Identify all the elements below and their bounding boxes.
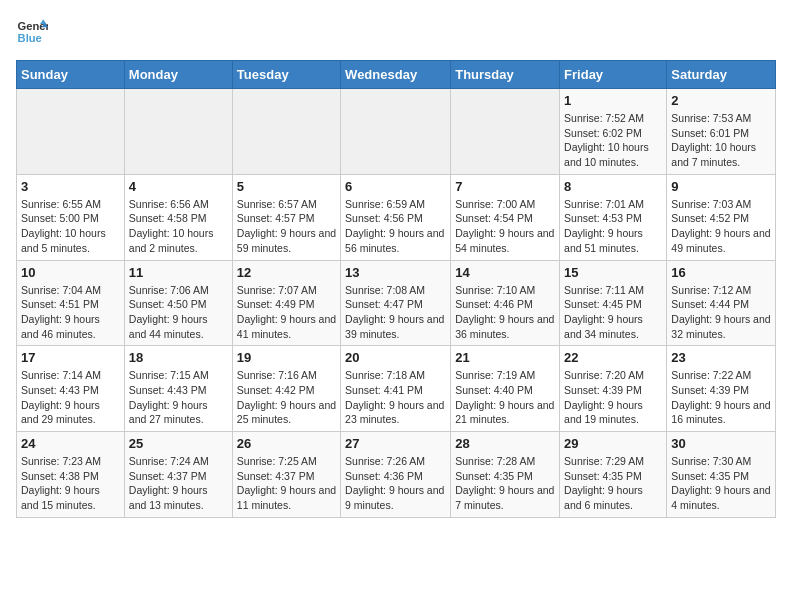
- calendar-cell: 30Sunrise: 7:30 AM Sunset: 4:35 PM Dayli…: [667, 432, 776, 518]
- day-info: Sunrise: 7:24 AM Sunset: 4:37 PM Dayligh…: [129, 454, 228, 513]
- day-info: Sunrise: 7:53 AM Sunset: 6:01 PM Dayligh…: [671, 111, 771, 170]
- day-info: Sunrise: 7:29 AM Sunset: 4:35 PM Dayligh…: [564, 454, 662, 513]
- day-number: 15: [564, 265, 662, 280]
- calendar-cell: 22Sunrise: 7:20 AM Sunset: 4:39 PM Dayli…: [560, 346, 667, 432]
- day-number: 8: [564, 179, 662, 194]
- weekday-header-tuesday: Tuesday: [232, 61, 340, 89]
- day-info: Sunrise: 7:00 AM Sunset: 4:54 PM Dayligh…: [455, 197, 555, 256]
- weekday-header-wednesday: Wednesday: [341, 61, 451, 89]
- day-info: Sunrise: 6:55 AM Sunset: 5:00 PM Dayligh…: [21, 197, 120, 256]
- day-number: 2: [671, 93, 771, 108]
- calendar-cell: 25Sunrise: 7:24 AM Sunset: 4:37 PM Dayli…: [124, 432, 232, 518]
- weekday-header-thursday: Thursday: [451, 61, 560, 89]
- day-info: Sunrise: 7:30 AM Sunset: 4:35 PM Dayligh…: [671, 454, 771, 513]
- day-info: Sunrise: 7:52 AM Sunset: 6:02 PM Dayligh…: [564, 111, 662, 170]
- weekday-header-friday: Friday: [560, 61, 667, 89]
- calendar-week-row: 17Sunrise: 7:14 AM Sunset: 4:43 PM Dayli…: [17, 346, 776, 432]
- day-info: Sunrise: 7:28 AM Sunset: 4:35 PM Dayligh…: [455, 454, 555, 513]
- day-number: 30: [671, 436, 771, 451]
- logo-icon: General Blue: [16, 16, 48, 48]
- day-info: Sunrise: 7:26 AM Sunset: 4:36 PM Dayligh…: [345, 454, 446, 513]
- day-number: 29: [564, 436, 662, 451]
- day-number: 14: [455, 265, 555, 280]
- day-number: 24: [21, 436, 120, 451]
- day-info: Sunrise: 7:08 AM Sunset: 4:47 PM Dayligh…: [345, 283, 446, 342]
- calendar-cell: 10Sunrise: 7:04 AM Sunset: 4:51 PM Dayli…: [17, 260, 125, 346]
- calendar-cell: 9Sunrise: 7:03 AM Sunset: 4:52 PM Daylig…: [667, 174, 776, 260]
- day-number: 28: [455, 436, 555, 451]
- day-number: 6: [345, 179, 446, 194]
- day-info: Sunrise: 6:57 AM Sunset: 4:57 PM Dayligh…: [237, 197, 336, 256]
- day-info: Sunrise: 7:16 AM Sunset: 4:42 PM Dayligh…: [237, 368, 336, 427]
- day-number: 7: [455, 179, 555, 194]
- calendar-cell: 24Sunrise: 7:23 AM Sunset: 4:38 PM Dayli…: [17, 432, 125, 518]
- weekday-header-saturday: Saturday: [667, 61, 776, 89]
- calendar-cell: 15Sunrise: 7:11 AM Sunset: 4:45 PM Dayli…: [560, 260, 667, 346]
- calendar-cell: 2Sunrise: 7:53 AM Sunset: 6:01 PM Daylig…: [667, 89, 776, 175]
- day-number: 1: [564, 93, 662, 108]
- weekday-header-sunday: Sunday: [17, 61, 125, 89]
- day-info: Sunrise: 7:01 AM Sunset: 4:53 PM Dayligh…: [564, 197, 662, 256]
- page-header: General Blue: [16, 16, 776, 48]
- calendar-cell: [124, 89, 232, 175]
- calendar-cell: [451, 89, 560, 175]
- day-number: 23: [671, 350, 771, 365]
- svg-text:Blue: Blue: [18, 32, 42, 44]
- day-number: 5: [237, 179, 336, 194]
- calendar-cell: 21Sunrise: 7:19 AM Sunset: 4:40 PM Dayli…: [451, 346, 560, 432]
- calendar-cell: 18Sunrise: 7:15 AM Sunset: 4:43 PM Dayli…: [124, 346, 232, 432]
- day-info: Sunrise: 6:59 AM Sunset: 4:56 PM Dayligh…: [345, 197, 446, 256]
- calendar-cell: 29Sunrise: 7:29 AM Sunset: 4:35 PM Dayli…: [560, 432, 667, 518]
- day-number: 22: [564, 350, 662, 365]
- day-number: 10: [21, 265, 120, 280]
- day-number: 11: [129, 265, 228, 280]
- day-number: 21: [455, 350, 555, 365]
- day-number: 25: [129, 436, 228, 451]
- day-info: Sunrise: 7:23 AM Sunset: 4:38 PM Dayligh…: [21, 454, 120, 513]
- day-info: Sunrise: 7:04 AM Sunset: 4:51 PM Dayligh…: [21, 283, 120, 342]
- calendar-cell: 6Sunrise: 6:59 AM Sunset: 4:56 PM Daylig…: [341, 174, 451, 260]
- day-info: Sunrise: 7:19 AM Sunset: 4:40 PM Dayligh…: [455, 368, 555, 427]
- calendar-cell: 13Sunrise: 7:08 AM Sunset: 4:47 PM Dayli…: [341, 260, 451, 346]
- day-info: Sunrise: 7:07 AM Sunset: 4:49 PM Dayligh…: [237, 283, 336, 342]
- calendar-cell: 28Sunrise: 7:28 AM Sunset: 4:35 PM Dayli…: [451, 432, 560, 518]
- day-info: Sunrise: 7:03 AM Sunset: 4:52 PM Dayligh…: [671, 197, 771, 256]
- calendar-week-row: 24Sunrise: 7:23 AM Sunset: 4:38 PM Dayli…: [17, 432, 776, 518]
- calendar-cell: [17, 89, 125, 175]
- day-info: Sunrise: 7:18 AM Sunset: 4:41 PM Dayligh…: [345, 368, 446, 427]
- calendar-cell: 27Sunrise: 7:26 AM Sunset: 4:36 PM Dayli…: [341, 432, 451, 518]
- calendar-cell: 14Sunrise: 7:10 AM Sunset: 4:46 PM Dayli…: [451, 260, 560, 346]
- day-info: Sunrise: 7:22 AM Sunset: 4:39 PM Dayligh…: [671, 368, 771, 427]
- day-info: Sunrise: 6:56 AM Sunset: 4:58 PM Dayligh…: [129, 197, 228, 256]
- calendar-week-row: 10Sunrise: 7:04 AM Sunset: 4:51 PM Dayli…: [17, 260, 776, 346]
- calendar-cell: 16Sunrise: 7:12 AM Sunset: 4:44 PM Dayli…: [667, 260, 776, 346]
- day-info: Sunrise: 7:12 AM Sunset: 4:44 PM Dayligh…: [671, 283, 771, 342]
- calendar-table: SundayMondayTuesdayWednesdayThursdayFrid…: [16, 60, 776, 518]
- day-number: 13: [345, 265, 446, 280]
- calendar-cell: 26Sunrise: 7:25 AM Sunset: 4:37 PM Dayli…: [232, 432, 340, 518]
- calendar-cell: 5Sunrise: 6:57 AM Sunset: 4:57 PM Daylig…: [232, 174, 340, 260]
- day-number: 9: [671, 179, 771, 194]
- calendar-cell: 12Sunrise: 7:07 AM Sunset: 4:49 PM Dayli…: [232, 260, 340, 346]
- day-number: 20: [345, 350, 446, 365]
- day-number: 16: [671, 265, 771, 280]
- calendar-cell: 1Sunrise: 7:52 AM Sunset: 6:02 PM Daylig…: [560, 89, 667, 175]
- calendar-cell: 17Sunrise: 7:14 AM Sunset: 4:43 PM Dayli…: [17, 346, 125, 432]
- calendar-cell: 11Sunrise: 7:06 AM Sunset: 4:50 PM Dayli…: [124, 260, 232, 346]
- calendar-cell: 20Sunrise: 7:18 AM Sunset: 4:41 PM Dayli…: [341, 346, 451, 432]
- day-number: 4: [129, 179, 228, 194]
- day-number: 27: [345, 436, 446, 451]
- day-info: Sunrise: 7:14 AM Sunset: 4:43 PM Dayligh…: [21, 368, 120, 427]
- calendar-cell: [232, 89, 340, 175]
- weekday-header-row: SundayMondayTuesdayWednesdayThursdayFrid…: [17, 61, 776, 89]
- calendar-cell: 8Sunrise: 7:01 AM Sunset: 4:53 PM Daylig…: [560, 174, 667, 260]
- day-number: 19: [237, 350, 336, 365]
- day-info: Sunrise: 7:06 AM Sunset: 4:50 PM Dayligh…: [129, 283, 228, 342]
- day-number: 12: [237, 265, 336, 280]
- day-number: 17: [21, 350, 120, 365]
- day-info: Sunrise: 7:20 AM Sunset: 4:39 PM Dayligh…: [564, 368, 662, 427]
- day-number: 26: [237, 436, 336, 451]
- day-info: Sunrise: 7:25 AM Sunset: 4:37 PM Dayligh…: [237, 454, 336, 513]
- logo: General Blue: [16, 16, 48, 48]
- weekday-header-monday: Monday: [124, 61, 232, 89]
